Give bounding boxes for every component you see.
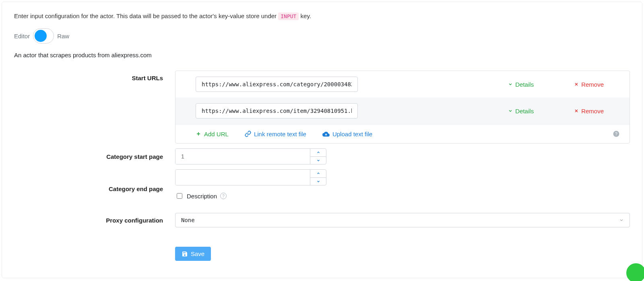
proxy-select-value: None (181, 217, 195, 223)
upload-text-file-button[interactable]: Upload text file (322, 131, 372, 137)
cloud-upload-icon (322, 131, 330, 137)
chevron-down-icon (508, 82, 513, 87)
close-icon (574, 82, 579, 87)
plus-icon (196, 131, 201, 137)
url-input[interactable] (196, 77, 358, 92)
chevron-down-icon (316, 158, 320, 162)
url-row: Details Remove (175, 71, 630, 98)
stepper-up[interactable] (310, 170, 326, 177)
remove-label: Remove (581, 108, 604, 114)
add-url-label: Add URL (204, 131, 229, 137)
label-category-end-page: Category end page (14, 185, 175, 192)
url-row: Details Remove (175, 98, 630, 124)
number-steppers (310, 170, 326, 185)
help-icon[interactable]: ? (613, 130, 620, 137)
remove-label: Remove (581, 81, 604, 88)
start-urls-box: Details Remove Details (175, 71, 630, 144)
input-config-panel: Enter input configuration for the actor.… (2, 2, 642, 278)
category-start-page-group (175, 148, 326, 164)
chevron-down-icon (316, 179, 320, 183)
url-input[interactable] (196, 103, 358, 119)
spacer (14, 232, 175, 236)
intro-before: Enter input configuration for the actor.… (14, 12, 278, 19)
url-details-button[interactable]: Details (508, 81, 534, 88)
actor-description: An actor that scrapes products from alie… (14, 52, 630, 58)
link-icon (245, 131, 251, 137)
toggle-label-editor: Editor (14, 33, 30, 40)
description-checkbox-row: Description ? (175, 192, 630, 200)
save-label: Save (191, 250, 204, 257)
chevron-up-icon (316, 171, 320, 175)
category-end-page-input[interactable] (175, 170, 310, 185)
save-button[interactable]: Save (175, 247, 211, 261)
input-key-badge: INPUT (278, 12, 299, 20)
url-remove-button[interactable]: Remove (574, 81, 604, 88)
link-remote-label: Link remote text file (254, 131, 306, 137)
row-proxy-configuration: Proxy configuration None (14, 213, 630, 227)
svg-text:?: ? (615, 131, 617, 136)
editor-raw-toggle[interactable] (33, 28, 54, 44)
add-url-button[interactable]: Add URL (196, 131, 229, 137)
stepper-up[interactable] (310, 149, 326, 156)
description-checkbox[interactable] (177, 193, 182, 199)
close-icon (574, 108, 579, 113)
description-checkbox-label: Description (187, 193, 217, 200)
row-start-urls: Start URLs Details Remove (14, 71, 630, 144)
url-remove-button[interactable]: Remove (574, 108, 604, 114)
proxy-configuration-select[interactable]: None (175, 213, 630, 227)
row-category-start-page: Category start page (14, 148, 630, 164)
category-start-page-input[interactable] (175, 149, 310, 164)
chat-fab[interactable] (626, 263, 644, 278)
intro-after: key. (301, 12, 311, 19)
chevron-down-icon (508, 108, 513, 113)
number-steppers (310, 149, 326, 164)
label-category-start-page: Category start page (14, 153, 175, 160)
upload-label: Upload text file (332, 131, 372, 137)
stepper-down[interactable] (310, 156, 326, 164)
chevron-down-icon (619, 218, 624, 223)
chevron-up-icon (316, 150, 320, 154)
stepper-down[interactable] (310, 177, 326, 185)
save-icon (182, 251, 188, 257)
details-label: Details (515, 108, 534, 114)
label-proxy-configuration: Proxy configuration (14, 217, 175, 224)
link-remote-file-button[interactable]: Link remote text file (245, 131, 306, 137)
url-actions-row: Add URL Link remote text file Upload tex… (175, 124, 630, 143)
row-save: Save (14, 232, 630, 261)
category-end-page-group (175, 169, 326, 185)
url-details-button[interactable]: Details (508, 108, 534, 114)
label-start-urls: Start URLs (14, 71, 175, 81)
row-category-end-page: Category end page Description ? (14, 169, 630, 208)
help-icon[interactable]: ? (220, 193, 227, 199)
details-label: Details (515, 81, 534, 88)
intro-text: Enter input configuration for the actor.… (14, 12, 630, 19)
toggle-knob (35, 30, 47, 42)
toggle-label-raw: Raw (57, 33, 69, 40)
editor-raw-toggle-row: Editor Raw (14, 28, 630, 44)
